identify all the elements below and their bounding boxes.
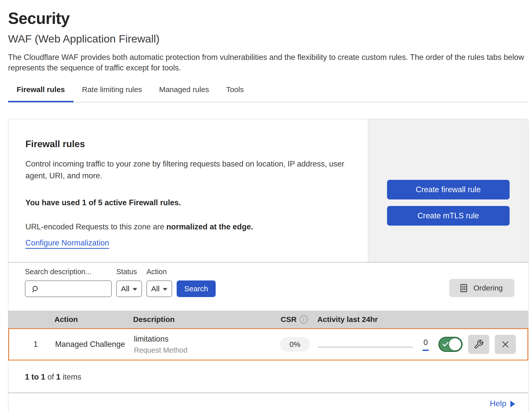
page-description: The Cloudflare WAF provides both automat… [8, 52, 526, 73]
info-icon[interactable]: i [300, 315, 308, 323]
chevron-down-icon [163, 288, 167, 291]
toggle-knob [449, 338, 461, 350]
arrow-right-icon [510, 401, 515, 407]
check-icon [442, 341, 449, 348]
rule-enabled-toggle[interactable] [438, 337, 463, 352]
help-row: Help [8, 393, 528, 412]
search-box [25, 280, 112, 297]
rule-activity-cell: 0 [318, 338, 429, 351]
status-label: Status [116, 268, 142, 276]
search-label: Search description... [25, 268, 112, 276]
card-description: Control incoming traffic to your zone by… [25, 158, 358, 182]
tab-rate-limiting-rules[interactable]: Rate limiting rules [73, 85, 150, 102]
configure-normalization-link[interactable]: Configure Normalization [25, 238, 109, 248]
rule-csr-cell: 0% [272, 337, 318, 352]
close-icon [501, 340, 510, 349]
pagination-summary: 1 to 1 of 1 items [8, 360, 528, 393]
page-title: Security [8, 9, 528, 28]
delete-rule-button[interactable] [495, 335, 516, 354]
csr-badge: 0% [280, 337, 310, 352]
rule-index: 1 [9, 340, 55, 349]
search-input[interactable] [42, 281, 110, 297]
table-header: Action Description CSR i Activity last 2… [8, 311, 528, 328]
rule-description-cell: limitations Request Method [134, 335, 272, 354]
action-dropdown[interactable]: All [146, 280, 172, 297]
usage-summary: You have used 1 of 5 active Firewall rul… [25, 198, 358, 207]
firewall-rules-summary-section: Firewall rules Control incoming traffic … [8, 119, 528, 263]
header-activity: Activity last 24hr [317, 315, 428, 324]
header-action: Action [54, 315, 133, 324]
create-firewall-rule-button[interactable]: Create firewall rule [387, 180, 510, 199]
tab-managed-rules[interactable]: Managed rules [150, 85, 217, 102]
header-description: Description [133, 315, 271, 324]
ordering-button[interactable]: Ordering [449, 279, 514, 297]
list-document-icon [459, 283, 469, 293]
edit-rule-button[interactable] [468, 335, 489, 354]
activity-sparkline [318, 347, 413, 347]
search-button[interactable]: Search [177, 280, 216, 297]
action-label: Action [146, 268, 172, 276]
page-subtitle: WAF (Web Application Firewall) [8, 33, 528, 45]
rule-controls [429, 335, 527, 354]
tab-firewall-rules[interactable]: Firewall rules [8, 85, 73, 102]
security-waf-page: Security WAF (Web Application Firewall) … [0, 0, 532, 412]
help-link[interactable]: Help [490, 399, 506, 408]
search-icon [30, 285, 39, 294]
actions-panel: Create firewall rule Create mTLS rule [368, 119, 528, 262]
rule-description[interactable]: limitations [134, 335, 272, 344]
wrench-icon [474, 339, 484, 349]
firewall-rule-row: 1 Managed Challenge limitations Request … [8, 328, 528, 360]
card-heading: Firewall rules [25, 139, 358, 149]
rule-expression: Request Method [134, 346, 272, 354]
rule-action: Managed Challenge [55, 340, 134, 349]
tab-tools[interactable]: Tools [218, 85, 252, 102]
activity-count-link[interactable]: 0 [423, 338, 429, 351]
filter-bar: Search description... Status All Action [8, 263, 528, 311]
chevron-down-icon [133, 288, 137, 291]
firewall-rules-summary-text: Firewall rules Control incoming traffic … [8, 119, 368, 262]
create-mtls-rule-button[interactable]: Create mTLS rule [387, 206, 510, 226]
normalization-note: URL-encoded Requests to this zone are no… [25, 222, 358, 231]
status-dropdown[interactable]: All [116, 280, 142, 297]
rules-tab-bar: Firewall rules Rate limiting rules Manag… [8, 85, 528, 102]
firewall-rules-card: Firewall rules Control incoming traffic … [8, 119, 528, 412]
header-csr: CSR i [271, 315, 317, 324]
